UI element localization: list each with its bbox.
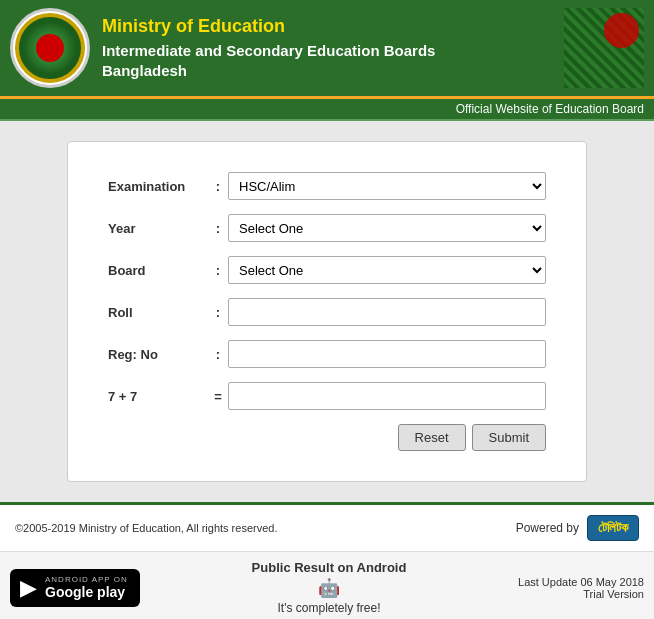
year-control: Select One 2019 2018 2017 — [228, 214, 546, 242]
google-play-badge[interactable]: ▶ ANDROID APP ON Google play — [10, 569, 140, 607]
footer-top: ©2005-2019 Ministry of Education, All ri… — [0, 502, 654, 551]
last-update-text: Last Update 06 May 2018 — [518, 576, 644, 588]
reset-button[interactable]: Reset — [398, 424, 466, 451]
public-result-title: Public Result on Android — [252, 560, 407, 575]
reg-control — [228, 340, 546, 368]
logo-inner — [15, 13, 85, 83]
button-row: Reset Submit — [108, 424, 546, 451]
year-select[interactable]: Select One 2019 2018 2017 — [228, 214, 546, 242]
last-update-section: Last Update 06 May 2018 Trial Version — [518, 576, 644, 600]
reg-input[interactable] — [228, 340, 546, 368]
examination-colon: : — [208, 179, 228, 194]
android-app-on-label: ANDROID APP ON — [45, 575, 128, 584]
play-store-icon: ▶ — [20, 575, 37, 601]
header-pattern-decoration — [564, 8, 644, 88]
teletalk-text: টেলিটক — [598, 520, 628, 535]
ministry-title: Ministry of Education — [102, 16, 564, 37]
play-text-container: ANDROID APP ON Google play — [45, 575, 128, 600]
logo-red-circle — [36, 34, 64, 62]
board-label: Board — [108, 263, 208, 278]
trial-version-text: Trial Version — [518, 588, 644, 600]
header: Ministry of Education Intermediate and S… — [0, 0, 654, 99]
footer-bottom: ▶ ANDROID APP ON Google play Public Resu… — [0, 551, 654, 619]
examination-select[interactable]: HSC/Alim SSC/Dakhil JSC/JDC — [228, 172, 546, 200]
year-row: Year : Select One 2019 2018 2017 — [108, 214, 546, 242]
teletalk-logo: টেলিটক — [587, 515, 639, 541]
reg-row: Reg: No : — [108, 340, 546, 368]
roll-label: Roll — [108, 305, 208, 320]
official-website-text: Official Website of Education Board — [456, 102, 644, 116]
board-control: Select One Dhaka Chittagong Rajshahi — [228, 256, 546, 284]
captcha-separator: = — [208, 389, 228, 404]
roll-row: Roll : — [108, 298, 546, 326]
examination-label: Examination — [108, 179, 208, 194]
examination-row: Examination : HSC/Alim SSC/Dakhil JSC/JD… — [108, 172, 546, 200]
subtitle-line2: Bangladesh — [102, 62, 187, 79]
board-select[interactable]: Select One Dhaka Chittagong Rajshahi — [228, 256, 546, 284]
ministry-subtitle: Intermediate and Secondary Education Boa… — [102, 41, 564, 80]
powered-by-label: Powered by — [516, 521, 579, 535]
main-content: Examination : HSC/Alim SSC/Dakhil JSC/JD… — [0, 121, 654, 502]
google-play-label: Google play — [45, 584, 128, 600]
submit-button[interactable]: Submit — [472, 424, 546, 451]
captcha-label: 7 + 7 — [108, 389, 208, 404]
board-row: Board : Select One Dhaka Chittagong Rajs… — [108, 256, 546, 284]
captcha-row: 7 + 7 = — [108, 382, 546, 410]
result-form-box: Examination : HSC/Alim SSC/Dakhil JSC/JD… — [67, 141, 587, 482]
board-colon: : — [208, 263, 228, 278]
android-icon: 🤖 — [155, 577, 503, 599]
reg-label: Reg: No — [108, 347, 208, 362]
captcha-input[interactable] — [228, 382, 546, 410]
subtitle-line1: Intermediate and Secondary Education Boa… — [102, 42, 435, 59]
footer-copyright: ©2005-2019 Ministry of Education, All ri… — [15, 522, 277, 534]
year-label: Year — [108, 221, 208, 236]
examination-control: HSC/Alim SSC/Dakhil JSC/JDC — [228, 172, 546, 200]
ministry-logo — [10, 8, 90, 88]
public-result-section: Public Result on Android 🤖 It's complete… — [155, 560, 503, 615]
roll-control — [228, 298, 546, 326]
public-result-sub: It's completely free! — [278, 601, 381, 615]
captcha-control — [228, 382, 546, 410]
header-text-block: Ministry of Education Intermediate and S… — [102, 16, 564, 80]
year-colon: : — [208, 221, 228, 236]
official-website-bar: Official Website of Education Board — [0, 99, 654, 121]
powered-by-section: Powered by টেলিটক — [516, 515, 639, 541]
reg-colon: : — [208, 347, 228, 362]
roll-input[interactable] — [228, 298, 546, 326]
roll-colon: : — [208, 305, 228, 320]
